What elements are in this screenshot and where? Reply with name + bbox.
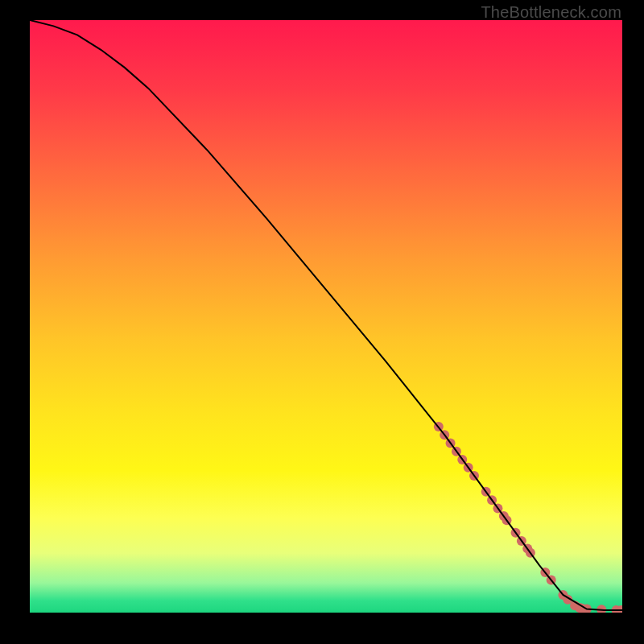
watermark-label: TheBottleneck.com: [481, 3, 621, 22]
bottleneck-curve: [30, 20, 622, 610]
plot-area: [30, 20, 622, 613]
chart-stage: TheBottleneck.com: [0, 0, 644, 644]
marker-group: [434, 422, 622, 613]
highlight-marker: [597, 605, 606, 613]
curve-layer: [30, 20, 622, 613]
